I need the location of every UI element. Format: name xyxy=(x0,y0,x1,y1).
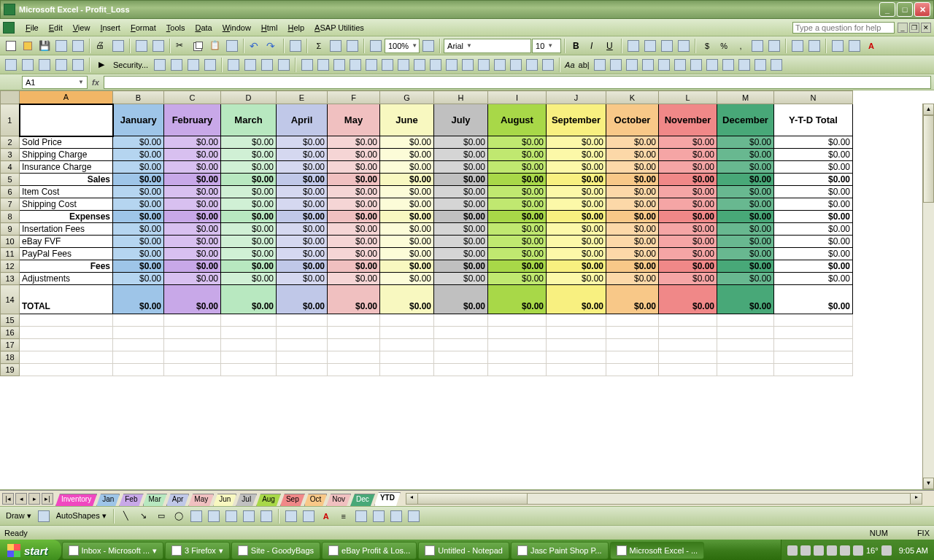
clipart-button[interactable] xyxy=(241,508,257,524)
hscroll-right-button[interactable]: ▸ xyxy=(910,494,922,504)
cell-empty[interactable] xyxy=(659,351,717,364)
row-header-17[interactable]: 17 xyxy=(1,339,20,351)
hscroll-left-button[interactable]: ◂ xyxy=(406,494,418,504)
row-label-14[interactable]: TOTAL xyxy=(20,285,113,314)
header-y-t-d total[interactable]: Y-T-D Total xyxy=(774,104,853,136)
row-header-15[interactable]: 15 xyxy=(1,314,20,327)
cell-r8-oct[interactable]: $0.00 xyxy=(606,211,659,223)
sheet-tab-jan[interactable]: Jan xyxy=(96,494,120,506)
cell-r5-may[interactable]: $0.00 xyxy=(328,174,380,186)
tab-nav-first[interactable]: |◂ xyxy=(2,493,14,505)
menu-view[interactable]: View xyxy=(68,22,96,34)
decrease-indent-button[interactable] xyxy=(790,38,806,54)
cell-r6-oct[interactable]: $0.00 xyxy=(606,186,659,198)
tb2-btn-13[interactable] xyxy=(259,57,275,73)
forms-btn-10[interactable] xyxy=(752,57,768,73)
cell-r5-jun[interactable]: $0.00 xyxy=(380,174,434,186)
header-september[interactable]: September xyxy=(547,104,606,136)
cell-r13-ytd[interactable]: $0.00 xyxy=(774,273,853,285)
cell-r8-jan[interactable]: $0.00 xyxy=(113,211,164,223)
cell-r3-sep[interactable]: $0.00 xyxy=(547,149,606,161)
cell-empty[interactable] xyxy=(717,339,774,351)
cell-r8-mar[interactable]: $0.00 xyxy=(221,211,277,223)
cell-r13-mar[interactable]: $0.00 xyxy=(221,273,277,285)
minimize-button[interactable]: _ xyxy=(879,2,895,17)
col-header-I[interactable]: I xyxy=(488,91,547,104)
sheet-tab-jun[interactable]: Jun xyxy=(213,494,236,506)
row-label-2[interactable]: Sold Price xyxy=(20,136,113,149)
merge-center-button[interactable] xyxy=(676,38,692,54)
cell-r6-ytd[interactable]: $0.00 xyxy=(774,186,853,198)
row-label-5[interactable]: Sales xyxy=(20,174,113,186)
app-icon[interactable] xyxy=(3,22,15,34)
cell-empty[interactable] xyxy=(488,351,547,364)
undo-button[interactable] xyxy=(247,38,263,54)
cell-empty[interactable] xyxy=(717,327,774,339)
cell-empty[interactable] xyxy=(547,364,606,376)
cell-empty[interactable] xyxy=(380,314,434,327)
forms-btn-9[interactable] xyxy=(736,57,752,73)
dash-style-button[interactable] xyxy=(353,508,369,524)
copy-button[interactable] xyxy=(190,38,207,54)
tb2-extra-10[interactable] xyxy=(460,57,476,73)
cell-empty[interactable] xyxy=(606,364,659,376)
cell-r8-apr[interactable]: $0.00 xyxy=(277,211,328,223)
row-label-8[interactable]: Expenses xyxy=(20,211,113,223)
cell-r2-jul[interactable]: $0.00 xyxy=(434,136,488,149)
row-header-14[interactable]: 14 xyxy=(1,285,20,314)
increase-indent-button[interactable] xyxy=(806,38,822,54)
cell-r4-jul[interactable]: $0.00 xyxy=(434,161,488,174)
permission-button[interactable] xyxy=(53,38,69,54)
cell-r6-nov[interactable]: $0.00 xyxy=(659,186,717,198)
cell-r13-feb[interactable]: $0.00 xyxy=(164,273,221,285)
header-july[interactable]: July xyxy=(434,104,488,136)
cell-r11-nov[interactable]: $0.00 xyxy=(659,248,717,260)
cell-r12-sep[interactable]: $0.00 xyxy=(547,260,606,273)
tb2-extra-2[interactable] xyxy=(331,57,347,73)
tb2-btn-7[interactable] xyxy=(152,57,168,73)
forms-btn-4[interactable] xyxy=(656,57,672,73)
cell-r4-sep[interactable]: $0.00 xyxy=(547,161,606,174)
cell-r12-jun[interactable]: $0.00 xyxy=(380,260,434,273)
cell-r14-feb[interactable]: $0.00 xyxy=(164,285,221,314)
cell-r9-aug[interactable]: $0.00 xyxy=(488,223,547,236)
cell-empty[interactable] xyxy=(221,364,277,376)
cell-r12-feb[interactable]: $0.00 xyxy=(164,260,221,273)
cell-r13-jan[interactable]: $0.00 xyxy=(113,273,164,285)
tb2-extra-7[interactable] xyxy=(412,57,428,73)
cell-r2-ytd[interactable]: $0.00 xyxy=(774,136,853,149)
cell-r2-apr[interactable]: $0.00 xyxy=(277,136,328,149)
vertical-scrollbar[interactable]: ▲ ▼ xyxy=(922,104,934,489)
hyperlink-button[interactable] xyxy=(287,38,304,54)
cell-r13-nov[interactable]: $0.00 xyxy=(659,273,717,285)
cell-empty[interactable] xyxy=(547,339,606,351)
cell-r12-jan[interactable]: $0.00 xyxy=(113,260,164,273)
fill-color-button[interactable] xyxy=(846,38,862,54)
cell-r4-dec[interactable]: $0.00 xyxy=(717,161,774,174)
cell-r3-aug[interactable]: $0.00 xyxy=(488,149,547,161)
3d-button[interactable] xyxy=(406,508,422,524)
diagram-button[interactable] xyxy=(223,508,239,524)
cell-r2-aug[interactable]: $0.00 xyxy=(488,136,547,149)
cell-empty[interactable] xyxy=(113,351,164,364)
cell-r9-feb[interactable]: $0.00 xyxy=(164,223,221,236)
cell-r12-mar[interactable]: $0.00 xyxy=(221,260,277,273)
taskbar-item-3[interactable]: eBay Profit & Los... xyxy=(322,542,417,559)
cell-empty[interactable] xyxy=(434,339,488,351)
cell-r8-may[interactable]: $0.00 xyxy=(328,211,380,223)
cell-empty[interactable] xyxy=(380,364,434,376)
header-november[interactable]: November xyxy=(659,104,717,136)
borders-button[interactable] xyxy=(830,38,846,54)
tab-nav-last[interactable]: ▸| xyxy=(42,493,53,505)
forms-btn-7[interactable] xyxy=(704,57,720,73)
tray-icon[interactable] xyxy=(881,545,892,556)
currency-button[interactable]: $ xyxy=(699,38,715,54)
cell-r5-feb[interactable]: $0.00 xyxy=(164,174,221,186)
name-box[interactable]: A1▼ xyxy=(22,76,88,89)
cell-r6-may[interactable]: $0.00 xyxy=(328,186,380,198)
fill-color-draw-button[interactable] xyxy=(283,508,299,524)
menu-tools[interactable]: Tools xyxy=(161,22,190,34)
cell-empty[interactable] xyxy=(328,339,380,351)
sheet-tab-inventory[interactable]: Inventory xyxy=(55,494,97,506)
scroll-up-button[interactable]: ▲ xyxy=(923,104,934,115)
